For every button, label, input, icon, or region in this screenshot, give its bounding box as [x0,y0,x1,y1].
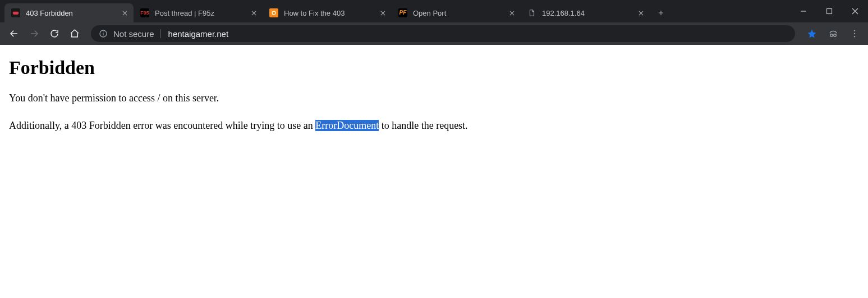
tab-close-button[interactable] [636,8,645,17]
tab-title: Open Port [413,9,504,17]
omnibox-divider [160,29,160,38]
tab-title: 403 Forbidden [26,9,117,17]
home-button[interactable] [65,25,84,42]
tab-close-button[interactable] [378,8,387,17]
selected-text: ErrorDocument [315,120,379,131]
toolbar-right [803,25,864,42]
error-paragraph-2: Additionally, a 403 Forbidden error was … [9,118,859,133]
bookmark-star-icon[interactable] [803,25,821,42]
page-content: Forbidden You don't have permission to a… [0,45,868,298]
svg-point-27 [854,30,855,31]
tab-close-button[interactable] [507,8,516,17]
svg-point-28 [854,33,855,34]
tab-strip: 403 ForbiddenF95Post thread | F95zHow to… [0,0,868,22]
p2-text-b: to handle the request. [379,120,467,131]
svg-point-9 [271,10,277,16]
browser-tab[interactable]: 192.168.1.64 [521,3,650,22]
security-label: Not secure [113,29,154,39]
p2-text-a: Additionally, a 403 Forbidden error was … [9,120,315,131]
tab-close-button[interactable] [120,8,129,17]
url-text: hentaigamer.net [168,29,229,39]
tab-favicon-icon [527,8,536,17]
browser-toolbar: Not secure hentaigamer.net [0,22,868,45]
window-maximize-button[interactable] [816,2,842,20]
svg-rect-1 [827,9,832,14]
page-heading: Forbidden [9,57,859,78]
forward-button[interactable] [25,25,44,42]
browser-menu-icon[interactable] [846,25,864,42]
tab-favicon-icon: F95 [140,8,149,17]
tab-close-button[interactable] [249,8,258,17]
tab-title: 192.168.1.64 [542,9,633,17]
browser-tab[interactable]: PFOpen Port [392,3,521,22]
svg-point-29 [854,36,855,37]
tab-favicon-icon [269,8,278,17]
new-tab-button[interactable] [653,5,669,21]
window-close-button[interactable] [842,2,868,20]
tab-title: Post thread | F95z [155,9,246,17]
tab-favicon-icon [11,8,20,17]
tab-title: How to Fix the 403 [284,9,375,17]
window-minimize-button[interactable] [791,2,816,20]
svg-rect-4 [13,12,19,15]
svg-point-25 [834,34,837,37]
reload-button[interactable] [45,25,64,42]
browser-tab[interactable]: How to Fix the 403 [263,3,392,22]
back-button[interactable] [4,25,24,42]
error-paragraph-1: You don't have permission to access / on… [9,91,859,106]
svg-point-23 [103,31,103,32]
tab-favicon-icon: PF [398,8,407,17]
browser-tab[interactable]: 403 Forbidden [4,3,134,22]
info-icon [99,29,108,38]
window-controls [791,0,868,22]
svg-point-24 [830,34,833,37]
browser-tab[interactable]: F95Post thread | F95z [134,3,263,22]
incognito-icon[interactable] [824,25,842,42]
address-bar[interactable]: Not secure hentaigamer.net [91,25,795,42]
